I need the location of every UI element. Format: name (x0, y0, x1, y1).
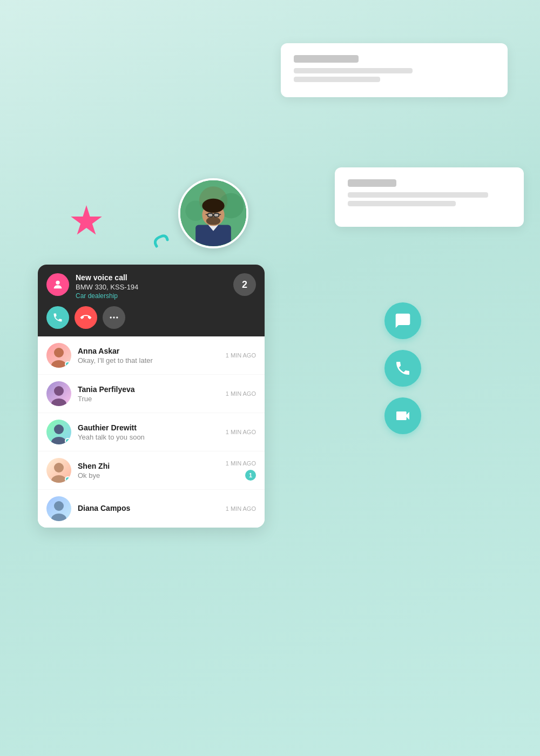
call-badge: 2 (233, 273, 256, 296)
unread-badge-shen: 1 (245, 470, 256, 481)
conv-name-anna: Anna Askar (78, 347, 226, 355)
conv-msg-tania: True (78, 395, 226, 403)
profile-photo (178, 178, 248, 248)
conv-name-tania: Tania Perfilyeva (78, 385, 226, 394)
call-subtitle: BMW 330, KSS-194 (76, 283, 233, 291)
svg-point-14 (56, 281, 59, 285)
conv-meta-diana: 1 MIN AGO (226, 505, 256, 512)
top-card-line2 (294, 68, 413, 73)
svg-point-17 (116, 316, 118, 318)
conv-content-shen: Shen Zhi Ok bye (78, 462, 226, 480)
conv-time-tania: 1 MIN AGO (226, 390, 256, 397)
conv-name-gauthier: Gauthier Drewitt (78, 423, 226, 432)
conv-meta-shen: 1 MIN AGO 1 (226, 460, 256, 481)
avatar-gauthier (46, 420, 71, 444)
call-title: New voice call (76, 273, 233, 282)
svg-point-23 (51, 437, 66, 444)
svg-point-25 (51, 475, 66, 483)
conv-time-diana: 1 MIN AGO (226, 505, 256, 512)
svg-rect-9 (208, 213, 213, 217)
conversation-item-tania[interactable]: Tania Perfilyeva True 1 MIN AGO (38, 375, 265, 413)
top-card-line1 (294, 55, 359, 63)
conv-msg-shen: Ok bye (78, 471, 226, 480)
svg-line-12 (206, 214, 208, 215)
conv-meta-tania: 1 MIN AGO (226, 390, 256, 397)
conv-msg-anna: Okay, I'll get to that later (78, 356, 226, 364)
call-category: Car dealership (76, 292, 233, 300)
conv-content-tania: Tania Perfilyeva True (78, 385, 226, 403)
svg-point-18 (54, 348, 64, 357)
online-indicator-gauthier (65, 438, 71, 444)
svg-point-16 (113, 316, 114, 318)
svg-point-21 (51, 399, 66, 406)
conversation-item-gauthier[interactable]: Gauthier Drewitt Yeah talk to you soon 1… (38, 413, 265, 451)
svg-point-24 (54, 463, 64, 473)
chat-action-button[interactable] (384, 302, 421, 339)
svg-point-22 (54, 424, 64, 434)
avatar-diana (46, 496, 71, 521)
svg-point-20 (54, 386, 64, 396)
decline-call-button[interactable] (75, 306, 97, 329)
conv-meta-gauthier: 1 MIN AGO (226, 429, 256, 435)
svg-line-13 (219, 214, 221, 215)
conversation-item-anna[interactable]: Anna Askar Okay, I'll get to that later … (38, 336, 265, 375)
top-info-card (281, 43, 508, 97)
call-actions (46, 306, 256, 329)
accept-call-button[interactable] (46, 306, 69, 329)
svg-point-8 (206, 217, 220, 225)
svg-point-26 (54, 501, 64, 511)
conv-content-diana: Diana Campos (78, 504, 226, 514)
conv-content-anna: Anna Askar Okay, I'll get to that later (78, 347, 226, 364)
conversation-list: Anna Askar Okay, I'll get to that later … (38, 336, 265, 528)
avatar-tania (46, 381, 71, 406)
call-info: New voice call BMW 330, KSS-194 Car deal… (76, 273, 233, 300)
conversation-item-shen[interactable]: Shen Zhi Ok bye 1 MIN AGO 1 (38, 451, 265, 490)
svg-point-27 (51, 514, 66, 521)
svg-point-7 (202, 199, 224, 213)
conv-name-shen: Shen Zhi (78, 462, 226, 470)
curve-decoration (151, 232, 171, 252)
conv-time-gauthier: 1 MIN AGO (226, 429, 256, 435)
conv-name-diana: Diana Campos (78, 504, 226, 512)
conv-msg-gauthier: Yeah talk to you soon (78, 433, 226, 441)
mid-card-line3 (348, 201, 456, 206)
online-indicator-shen (65, 476, 71, 482)
mid-card-line2 (348, 192, 488, 198)
call-notification: New voice call BMW 330, KSS-194 Car deal… (38, 265, 265, 336)
svg-point-15 (110, 316, 112, 318)
online-indicator-anna (65, 361, 71, 367)
conv-time-shen: 1 MIN AGO (226, 460, 256, 467)
call-contact-icon (46, 273, 69, 296)
mid-card-line1 (348, 179, 396, 187)
svg-point-19 (51, 360, 66, 368)
avatar-anna (46, 343, 71, 368)
top-card-line3 (294, 77, 380, 82)
star-decoration (70, 205, 103, 238)
conversation-card: New voice call BMW 330, KSS-194 Car deal… (38, 265, 265, 528)
video-action-button[interactable] (384, 397, 421, 434)
action-icons-panel (384, 302, 421, 434)
conv-content-gauthier: Gauthier Drewitt Yeah talk to you soon (78, 423, 226, 441)
conv-meta-anna: 1 MIN AGO (226, 352, 256, 359)
more-options-button[interactable] (103, 306, 125, 329)
conversation-item-diana[interactable]: Diana Campos 1 MIN AGO (38, 490, 265, 528)
avatar-shen (46, 458, 71, 483)
phone-action-button[interactable] (384, 350, 421, 387)
conv-time-anna: 1 MIN AGO (226, 352, 256, 359)
svg-rect-10 (214, 213, 219, 217)
mid-info-card (335, 167, 524, 227)
